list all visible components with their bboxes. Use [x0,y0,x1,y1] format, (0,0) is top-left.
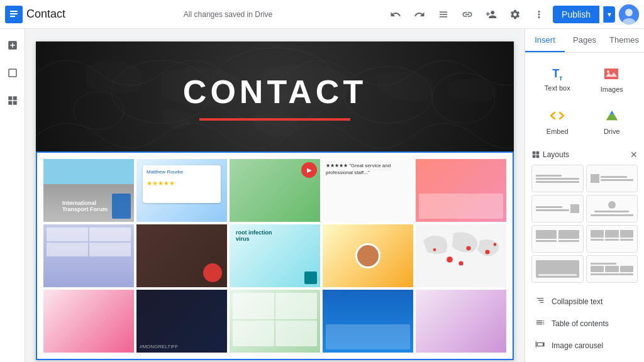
gallery-cell[interactable]: InternationalTransport Forum [43,159,134,222]
layout-item-icon-text[interactable] [586,195,638,222]
settings-button[interactable] [505,4,525,25]
svg-point-16 [433,248,436,251]
svg-point-18 [458,261,463,265]
gallery-cell[interactable] [136,224,227,287]
embed-label: Embed [547,128,569,135]
grid-layout-button[interactable] [3,90,23,111]
images-icon [604,67,619,83]
more-menu-button[interactable] [529,4,549,25]
embed-icon [550,109,565,125]
layout-item-img-text[interactable] [586,165,638,192]
svg-rect-19 [604,69,618,79]
gallery-grid: InternationalTransport Forum Matthew Rou… [43,159,506,353]
left-sidebar [0,29,25,362]
view-web-button[interactable] [433,4,453,25]
layout-item-three-col[interactable] [586,225,638,253]
gallery-cell[interactable] [416,159,506,222]
drive-icon [604,109,619,125]
drive-label: Drive [604,128,620,135]
svg-rect-1 [10,11,18,12]
publish-button[interactable]: Publish [553,6,599,23]
insert-embed-item[interactable]: Embed [531,102,584,142]
insert-images-item[interactable]: Images [586,60,638,100]
table-of-contents-item[interactable]: Table of contents [531,312,638,334]
sidebar-tabs: Insert Pages Themes [525,29,644,53]
gallery-cell[interactable] [323,290,413,353]
layouts-section-header: Layouts ✕ [531,150,638,160]
avatar[interactable] [619,4,639,25]
layout-item-text-over-img[interactable] [586,255,638,283]
publish-arrow-button[interactable]: ▾ [603,6,615,23]
textbox-label: Text box [545,84,570,92]
main-layout: CONTACT InternationalTransport Forum [0,29,644,362]
svg-rect-2 [10,13,18,14]
svg-point-14 [466,246,470,250]
svg-point-15 [485,250,489,254]
gallery-cell[interactable] [416,290,506,353]
canvas-area[interactable]: CONTACT InternationalTransport Forum [25,29,525,362]
svg-point-17 [494,243,497,246]
undo-button[interactable] [386,4,406,25]
tab-pages[interactable]: Pages [565,29,604,52]
topbar: Contact All changes saved in Drive Publi… [0,0,644,29]
gallery-cell[interactable] [43,224,134,287]
gallery-cell[interactable] [416,224,506,287]
layouts-grid [531,165,638,283]
layouts-title: Layouts [531,150,569,159]
doc-title[interactable]: Contact [26,8,65,21]
gallery-cell[interactable]: Matthew Rourke ★★★★★ [136,159,227,222]
svg-point-11 [74,92,124,129]
gallery-cell[interactable]: #MONGRELTIFF [136,290,227,353]
right-sidebar: Insert Pages Themes Tт Text box [525,29,644,362]
share-button[interactable] [481,4,501,25]
sidebar-content: Tт Text box Images [525,53,644,362]
toc-icon [534,317,547,329]
layout-item-text-img[interactable] [531,195,584,222]
svg-point-13 [447,256,453,263]
collapsible-text-icon [534,295,547,307]
svg-point-5 [625,9,633,16]
page-container: CONTACT InternationalTransport Forum [36,41,514,360]
gallery-cell[interactable]: root infectionvirus [230,224,320,287]
layout-item-full-img[interactable] [531,255,584,283]
pages-panel-button[interactable] [3,63,23,83]
svg-point-20 [607,70,609,73]
insert-link-button[interactable] [457,4,477,25]
add-element-button[interactable] [3,35,23,55]
app-logo [5,6,23,23]
images-label: Images [601,85,623,93]
insert-items-grid: Tт Text box Images [531,60,638,142]
gallery-section: InternationalTransport Forum Matthew Rou… [36,151,514,360]
toc-label: Table of contents [552,319,609,328]
tab-insert[interactable]: Insert [525,29,565,52]
layout-item-two-col-img[interactable] [531,225,584,253]
layouts-close-button[interactable]: ✕ [630,150,638,160]
hero-section: CONTACT [36,41,514,151]
redo-button[interactable] [409,4,430,25]
gallery-cell[interactable] [323,224,413,287]
saved-message: All changes saved in Drive [74,10,382,19]
gallery-cell[interactable] [230,290,320,353]
hero-accent-line [199,118,350,121]
tab-themes[interactable]: Themes [604,29,644,52]
collapsible-text-item[interactable]: Collapsible text [531,290,638,312]
hero-title: CONTACT [183,73,367,111]
gallery-cell[interactable]: ▶ [230,159,320,222]
gallery-cell[interactable]: ★★★★★ "Great service and professional st… [323,159,413,222]
insert-textbox-item[interactable]: Tт Text box [531,60,584,100]
carousel-label: Image carousel [552,341,603,350]
collapsible-text-label: Collapsible text [552,297,602,306]
layout-item-text[interactable] [531,165,584,192]
image-carousel-item[interactable]: Image carousel [531,334,638,356]
insert-drive-item[interactable]: Drive [586,102,638,142]
carousel-icon [534,339,547,351]
textbox-icon: Tт [552,67,562,82]
gallery-cell[interactable] [43,290,134,353]
svg-rect-3 [10,16,15,17]
